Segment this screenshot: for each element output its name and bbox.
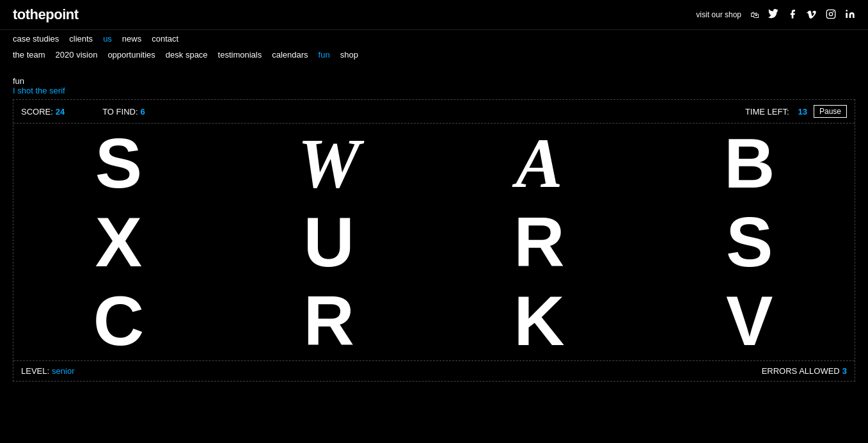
visit-shop-label[interactable]: visit our shop — [696, 10, 741, 19]
svg-point-2 — [833, 12, 833, 12]
pause-button[interactable]: Pause — [814, 105, 847, 118]
letter-cell-r2[interactable]: R — [224, 282, 434, 360]
game-grid: S W A B X U R S C R K — [13, 124, 855, 360]
letter-cell-s2[interactable]: S — [644, 202, 855, 281]
letter-cell-w[interactable]: W — [224, 124, 434, 202]
nav-testimonials[interactable]: testimonials — [218, 50, 262, 60]
letter-v: V — [726, 286, 773, 356]
nav-opportunities[interactable]: opportunities — [107, 50, 155, 60]
linkedin-icon[interactable] — [845, 9, 855, 21]
level-label: LEVEL: — [21, 366, 49, 376]
letter-cell-k[interactable]: K — [434, 282, 645, 360]
site-header: tothepoint visit our shop 🛍 — [0, 0, 868, 30]
letter-s1: S — [95, 128, 142, 198]
breadcrumb-section: fun — [13, 76, 855, 86]
instagram-icon[interactable] — [826, 9, 836, 21]
nav-fun[interactable]: fun — [319, 50, 330, 60]
score-bar: SCORE: 24 TO FIND: 6 TIME LEFT: 13 Pause — [13, 100, 855, 124]
score-value: 24 — [56, 107, 65, 117]
letter-x: X — [95, 207, 142, 277]
letter-r1: R — [514, 207, 564, 277]
score-label: SCORE: — [21, 107, 53, 117]
letter-u: U — [303, 207, 354, 277]
timeleft-label: TIME LEFT: — [745, 107, 789, 117]
errors-value: 3 — [842, 366, 847, 376]
score-bar-right: TIME LEFT: 13 Pause — [745, 105, 847, 118]
errors-label: ERRORS ALLOWED — [762, 366, 840, 376]
nav-us[interactable]: us — [103, 34, 112, 44]
vimeo-icon[interactable] — [807, 9, 817, 21]
letter-k: K — [514, 286, 564, 356]
facebook-icon[interactable] — [787, 9, 798, 21]
nav-2020-vision[interactable]: 2020 vision — [56, 50, 98, 60]
site-logo[interactable]: tothepoint — [13, 6, 79, 23]
tofind-label: TO FIND: — [102, 107, 138, 117]
letter-cell-a[interactable]: A — [434, 124, 645, 202]
breadcrumb: fun I shot the serif — [0, 66, 868, 99]
nav-calendars[interactable]: calendars — [272, 50, 308, 60]
twitter-icon[interactable] — [768, 9, 778, 21]
letter-cell-c[interactable]: C — [13, 282, 224, 360]
letter-cell-u[interactable]: U — [224, 202, 434, 281]
letter-b: B — [724, 128, 775, 198]
nav-the-team[interactable]: the team — [13, 50, 45, 60]
letter-w: W — [297, 128, 360, 198]
letter-c: C — [93, 286, 144, 356]
letter-cell-x[interactable]: X — [13, 202, 224, 281]
breadcrumb-page[interactable]: I shot the serif — [13, 86, 855, 95]
tofind-value: 6 — [141, 107, 145, 117]
nav-shop[interactable]: shop — [340, 50, 358, 60]
shop-bag-icon[interactable]: 🛍 — [750, 10, 759, 20]
letter-cell-s1[interactable]: S — [13, 124, 224, 202]
secondary-nav: the team 2020 vision opportunities desk … — [0, 47, 868, 66]
svg-point-1 — [829, 12, 832, 15]
header-right: visit our shop 🛍 — [696, 9, 855, 21]
nav-desk-space[interactable]: desk space — [166, 50, 208, 60]
letter-r2: R — [303, 286, 354, 356]
letter-cell-b[interactable]: B — [644, 124, 855, 202]
nav-news[interactable]: news — [122, 34, 141, 44]
letter-a: A — [516, 128, 562, 198]
primary-nav: case studies clients us news contact — [0, 30, 868, 47]
nav-clients[interactable]: clients — [69, 34, 93, 44]
svg-rect-0 — [826, 10, 835, 18]
nav-case-studies[interactable]: case studies — [13, 34, 59, 44]
letter-cell-r1[interactable]: R — [434, 202, 645, 281]
timeleft-value: 13 — [798, 107, 807, 117]
letter-cell-v[interactable]: V — [644, 282, 855, 360]
game-container: SCORE: 24 TO FIND: 6 TIME LEFT: 13 Pause… — [13, 99, 855, 382]
level-value: senior — [52, 366, 74, 376]
nav-contact[interactable]: contact — [152, 34, 178, 44]
bottom-bar: LEVEL: senior ERRORS ALLOWED 3 — [13, 360, 855, 381]
letter-s2: S — [726, 207, 773, 277]
